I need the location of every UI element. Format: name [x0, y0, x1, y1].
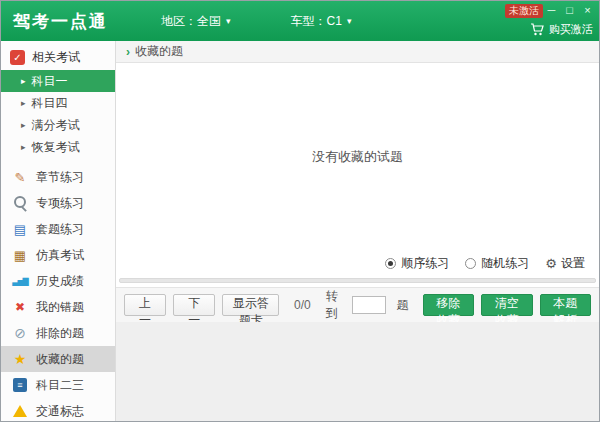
sidebar-item-label: 专项练习: [36, 195, 84, 212]
question-analysis-button[interactable]: 本题解析: [540, 294, 591, 316]
cart-icon: [530, 23, 544, 36]
radio-unchecked-icon: [465, 258, 476, 269]
gear-icon: ⚙: [545, 256, 557, 271]
sidebar-item-recovery-exam[interactable]: 恢复考试: [1, 136, 115, 158]
minimize-button[interactable]: ─: [544, 3, 559, 18]
star-icon: ★: [12, 351, 28, 367]
chevron-down-icon: ▾: [347, 17, 352, 26]
clear-favorites-button[interactable]: 清空收藏: [481, 294, 532, 316]
goto-suffix-label: 题: [397, 297, 409, 314]
vehicle-selector[interactable]: 车型：C1 ▾: [291, 13, 352, 30]
remove-favorite-button[interactable]: 移除收藏: [423, 294, 474, 316]
radio-checked-icon: [385, 258, 396, 269]
region-selector[interactable]: 地区：全国 ▾: [161, 13, 231, 30]
sidebar-item-mock-exam[interactable]: ▦ 仿真考试: [1, 242, 115, 268]
progress-bar-wrap: [116, 275, 599, 287]
sidebar-item-history-scores[interactable]: ▃▅▇ 历史成绩: [1, 268, 115, 294]
settings-label: 设置: [561, 255, 585, 272]
random-practice-label: 随机练习: [481, 255, 529, 272]
sequential-practice-label: 顺序练习: [401, 255, 449, 272]
history-chart-icon: ▃▅▇: [12, 273, 28, 289]
exam-paper-icon: ▦: [12, 247, 28, 263]
main-panel: › 收藏的题 没有收藏的试题 顺序练习 随机练习 ⚙ 设置: [116, 41, 599, 421]
sidebar-item-special-practice[interactable]: 专项练习: [1, 190, 115, 216]
pencil-icon: ✎: [12, 169, 28, 185]
exclude-icon: ⊘: [12, 325, 28, 341]
random-practice-radio[interactable]: 随机练习: [465, 255, 529, 272]
bottom-toolbar: 上一题 下一题 显示答题卡 0/0 转到 题 移除收藏 清空收藏 本题解析: [116, 287, 599, 322]
app-title: 驾考一点通: [1, 10, 161, 33]
empty-state-message: 没有收藏的试题: [312, 148, 403, 166]
buy-activation-button[interactable]: 购买激活: [530, 22, 593, 37]
sidebar-item-label: 科目一: [32, 73, 68, 90]
app-body: ✓ 相关考试 科目一 科目四 满分考试 恢复考试 ✎ 章节练习 专: [1, 41, 599, 421]
magnifier-icon: [12, 195, 28, 211]
sidebar-item-full-score-exam[interactable]: 满分考试: [1, 114, 115, 136]
subject23-icon: ≡: [13, 378, 27, 392]
sidebar-item-subject-four[interactable]: 科目四: [1, 92, 115, 114]
settings-button[interactable]: ⚙ 设置: [545, 255, 585, 272]
section-label: 相关考试: [32, 49, 80, 66]
sequential-practice-radio[interactable]: 顺序练习: [385, 255, 449, 272]
app-window: 驾考一点通 地区：全国 ▾ 车型：C1 ▾ 未激活 ─ □ × 购买激活: [0, 0, 600, 422]
traffic-sign-icon: [12, 403, 28, 419]
sidebar-item-label: 排除的题: [36, 325, 84, 342]
question-area: 没有收藏的试题: [116, 63, 599, 251]
sidebar-item-subject-one[interactable]: 科目一: [1, 70, 115, 92]
sidebar-item-label: 章节练习: [36, 169, 84, 186]
progress-bar: [119, 278, 596, 283]
vehicle-label: 车型：C1: [291, 13, 342, 30]
next-question-button[interactable]: 下一题: [173, 294, 215, 316]
activation-status-badge: 未激活: [505, 4, 543, 18]
sidebar: ✓ 相关考试 科目一 科目四 满分考试 恢复考试 ✎ 章节练习 专: [1, 41, 116, 421]
sidebar-item-chapter-practice[interactable]: ✎ 章节练习: [1, 164, 115, 190]
sidebar-section-related-exams: ✓ 相关考试: [1, 44, 115, 70]
goto-question-input[interactable]: [352, 296, 386, 314]
breadcrumb: › 收藏的题: [116, 41, 599, 63]
sidebar-item-label: 科目二三: [36, 377, 84, 394]
breadcrumb-arrow-icon: ›: [126, 45, 130, 59]
practice-mode-row: 顺序练习 随机练习 ⚙ 设置: [116, 251, 599, 275]
close-button[interactable]: ×: [580, 3, 595, 18]
region-label: 地区：全国: [161, 13, 221, 30]
sidebar-item-label: 收藏的题: [36, 351, 84, 368]
sidebar-item-label: 历史成绩: [36, 273, 84, 290]
show-answer-card-button[interactable]: 显示答题卡: [222, 294, 279, 316]
sidebar-item-label: 科目四: [32, 95, 68, 112]
chevron-down-icon: ▾: [226, 17, 231, 26]
buy-activation-label: 购买激活: [549, 22, 593, 37]
breadcrumb-label: 收藏的题: [135, 43, 183, 60]
maximize-button[interactable]: □: [562, 3, 577, 18]
sidebar-item-favorite-questions[interactable]: ★ 收藏的题: [1, 346, 115, 372]
window-controls: ─ □ ×: [544, 3, 595, 18]
sidebar-item-set-practice[interactable]: ▤ 套题练习: [1, 216, 115, 242]
sidebar-item-label: 交通标志: [36, 403, 84, 420]
sidebar-item-label: 仿真考试: [36, 247, 84, 264]
sidebar-item-label: 我的错题: [36, 299, 84, 316]
sidebar-item-label: 满分考试: [32, 117, 80, 134]
question-counter: 0/0: [294, 298, 311, 312]
workbook-icon: ▤: [12, 221, 28, 237]
bottom-filler-area: [116, 322, 599, 421]
sidebar-item-excluded-questions[interactable]: ⊘ 排除的题: [1, 320, 115, 346]
sidebar-item-subjects-two-three[interactable]: ≡ 科目二三: [1, 372, 115, 398]
certificate-icon: ✓: [10, 50, 25, 65]
sidebar-item-traffic-signs[interactable]: 交通标志: [1, 398, 115, 422]
previous-question-button[interactable]: 上一题: [124, 294, 166, 316]
goto-prefix-label: 转到: [326, 288, 341, 322]
sidebar-item-label: 恢复考试: [32, 139, 80, 156]
sidebar-item-label: 套题练习: [36, 221, 84, 238]
title-bar: 驾考一点通 地区：全国 ▾ 车型：C1 ▾ 未激活 ─ □ × 购买激活: [1, 1, 599, 41]
sidebar-item-my-mistakes[interactable]: ✖ 我的错题: [1, 294, 115, 320]
wrong-cross-icon: ✖: [12, 299, 28, 315]
